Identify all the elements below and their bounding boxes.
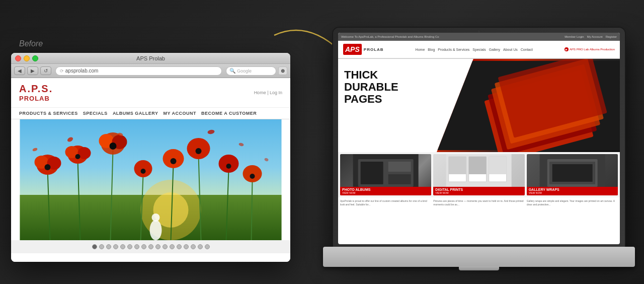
svg-point-14: [75, 154, 80, 159]
new-nav-products[interactable]: Products & Services: [438, 48, 469, 51]
go-btn[interactable]: ⊕: [278, 66, 287, 75]
old-nav-customer[interactable]: BECOME A CUSTOMER: [201, 111, 257, 116]
svg-rect-65: [549, 162, 595, 164]
dot-16[interactable]: [198, 244, 203, 249]
topbar-member-login[interactable]: Member Login: [565, 35, 584, 38]
svg-rect-61: [489, 157, 507, 174]
address-bar[interactable]: ⟳ apsprolab.com: [55, 66, 222, 76]
forward-btn[interactable]: ▶: [27, 66, 38, 75]
search-bar[interactable]: 🔍 Google: [226, 66, 276, 76]
dot-8[interactable]: [141, 244, 146, 249]
old-site-links: Home | Log In: [254, 90, 282, 95]
mac-minimize-btn[interactable]: [24, 55, 30, 61]
macbook-base: [323, 247, 635, 267]
before-window: APS Prolab ◀ ▶ ↺ ⟳ apsprolab.com 🔍 Googl…: [11, 53, 290, 262]
old-site-nav: PRODUCTS & SERVICES SPECIALS ALBUMS GALL…: [11, 108, 290, 119]
thumb-digital-prints[interactable]: Digital Prints view now: [433, 154, 524, 195]
dot-6[interactable]: [127, 244, 132, 249]
hero-line1: Thick: [344, 69, 398, 81]
dot-2[interactable]: [99, 244, 104, 249]
new-logo-text: APS: [345, 45, 360, 53]
new-thumbnails: Photo Albums view now D: [338, 152, 620, 197]
after-macbook: Welcome To ApsProLab, a Professional Pho…: [323, 28, 635, 279]
svg-rect-60: [469, 157, 487, 174]
new-nav-blog[interactable]: Blog: [428, 48, 435, 51]
dot-4[interactable]: [113, 244, 118, 249]
svg-rect-54: [388, 174, 411, 184]
macbook-screen-outer: Welcome To ApsProLab, a Professional Pho…: [333, 28, 625, 249]
old-nav-account[interactable]: MY ACCOUNT: [164, 111, 197, 116]
macbook-foot: [459, 266, 499, 270]
svg-rect-67: [549, 162, 552, 184]
dot-17[interactable]: [205, 244, 210, 249]
search-icon: 🔍: [229, 68, 235, 74]
svg-rect-59: [449, 157, 466, 174]
svg-rect-68: [592, 162, 595, 184]
dot-14[interactable]: [184, 244, 189, 249]
dot-1[interactable]: [92, 244, 97, 249]
svg-rect-66: [549, 182, 595, 184]
dot-5[interactable]: [120, 244, 125, 249]
thumb-photo-albums[interactable]: Photo Albums view now: [340, 154, 431, 195]
reload-btn[interactable]: ↺: [40, 66, 51, 75]
thumb-gallery-wraps-label: Gallery Wraps view now: [527, 187, 618, 195]
dot-3[interactable]: [106, 244, 111, 249]
old-site-header: A.P.S. PROLAB Home | Log In: [11, 78, 290, 108]
new-descriptions: ApsProlab is proud to offer our line of …: [338, 197, 620, 220]
svg-rect-64: [549, 162, 595, 184]
new-nav-about[interactable]: About Us: [503, 48, 518, 51]
old-nav-albums[interactable]: ALBUMS GALLERY: [113, 111, 158, 116]
desc-col-2: Pictures are pieces of time — moments yo…: [433, 199, 524, 218]
desc-2-text: Pictures are pieces of time — moments yo…: [433, 199, 523, 206]
svg-point-22: [141, 169, 146, 174]
topbar-my-account[interactable]: My Account: [587, 35, 603, 38]
back-btn[interactable]: ◀: [14, 66, 25, 75]
thumb-digital-prints-label: Digital Prints view now: [433, 187, 524, 195]
promo-link-text: APS PRO Lab Albums Production: [570, 48, 615, 51]
old-logo-line2: PROLAB: [19, 95, 53, 102]
old-nav-products[interactable]: PRODUCTS & SERVICES: [19, 111, 78, 116]
topbar-welcome: Welcome To ApsProLab, a Professional Pho…: [341, 35, 439, 38]
play-icon: ▶: [565, 47, 569, 51]
old-hero-image: [11, 119, 290, 240]
svg-point-9: [45, 164, 51, 170]
new-nav-home[interactable]: Home: [416, 48, 425, 51]
svg-point-36: [152, 214, 160, 222]
mac-maximize-btn[interactable]: [32, 55, 38, 61]
topbar-links: Member Login My Account Register: [565, 35, 617, 38]
new-hero: Thick Durable Pages: [338, 59, 620, 152]
old-logo: A.P.S. PROLAB: [19, 83, 53, 102]
new-logo: APS PROLAB: [343, 44, 384, 55]
dot-13[interactable]: [177, 244, 182, 249]
thumb-photo-albums-label: Photo Albums view now: [340, 187, 431, 195]
svg-rect-53: [388, 162, 411, 172]
promo-link[interactable]: ▶ APS PRO Lab Albums Production: [565, 47, 615, 51]
desc-col-1: ApsProlab is proud to offer our line of …: [340, 199, 431, 218]
dot-15[interactable]: [191, 244, 196, 249]
dot-7[interactable]: [134, 244, 139, 249]
desc-1-text: ApsProlab is proud to offer our line of …: [340, 199, 427, 206]
dot-9[interactable]: [148, 244, 153, 249]
new-hero-image-bg: [437, 59, 620, 152]
hero-title: Thick Durable Pages: [344, 69, 398, 106]
mac-titlebar: APS Prolab: [11, 53, 290, 64]
mac-close-btn[interactable]: [15, 55, 21, 61]
before-label: Before: [19, 39, 43, 48]
topbar-register[interactable]: Register: [606, 35, 617, 38]
dot-10[interactable]: [155, 244, 160, 249]
new-nav-gallery[interactable]: Gallery: [489, 48, 500, 51]
svg-point-35: [150, 220, 162, 240]
mac-window-title: APS Prolab: [136, 55, 165, 61]
address-text: apsprolab.com: [65, 68, 99, 74]
new-site-topbar: Welcome To ApsProLab, a Professional Pho…: [338, 33, 620, 41]
svg-point-34: [250, 174, 255, 179]
old-nav-specials[interactable]: SPECIALS: [83, 111, 108, 116]
new-logo-sub-container: PROLAB: [364, 47, 384, 52]
new-nav-contact[interactable]: Contact: [521, 48, 533, 51]
hero-line3: Pages: [344, 93, 398, 105]
dot-11[interactable]: [163, 244, 168, 249]
thumb-gallery-wraps[interactable]: Gallery Wraps view now: [527, 154, 618, 195]
new-nav-specials[interactable]: Specials: [472, 48, 486, 51]
dot-12[interactable]: [170, 244, 175, 249]
svg-point-19: [110, 143, 117, 150]
